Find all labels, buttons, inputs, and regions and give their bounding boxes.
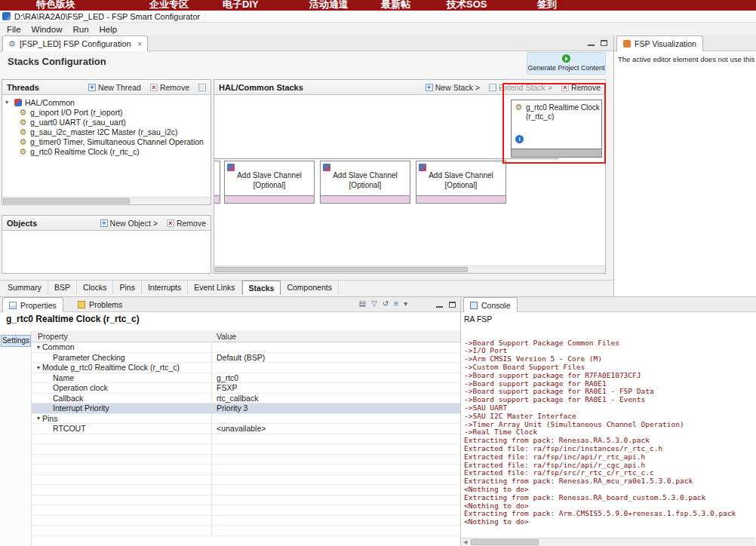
categories-icon[interactable]: ▤ (359, 299, 366, 308)
scrollbar-thumb[interactable] (3, 198, 130, 204)
generate-project-content-button[interactable]: Generate Project Content (527, 52, 606, 75)
property-row[interactable]: ▼ Interrupt Priority Priority 3 (32, 403, 460, 414)
forum-nav-item[interactable]: 技术SOS (447, 0, 487, 11)
property-row[interactable]: ▼ (32, 465, 460, 475)
info-icon[interactable] (515, 135, 524, 143)
new-stack-button[interactable]: New Stack > (426, 83, 480, 92)
property-row[interactable]: ▼ Module g_rtc0 Realtime Clock (r_rtc_c) (32, 363, 460, 373)
property-row[interactable]: ▼ (32, 495, 460, 506)
threads-horizontal-scrollbar[interactable] (2, 197, 211, 204)
stacks-horizontal-scrollbar[interactable] (214, 265, 605, 273)
property-value[interactable]: rtc_callback (211, 394, 460, 403)
forum-nav-item[interactable]: 签到 (537, 0, 557, 11)
property-value[interactable] (211, 475, 460, 485)
rtc-stack-card[interactable]: g_rtc0 Realtime Clock (r_rtc_c) (511, 100, 602, 158)
menu-item[interactable]: Window (26, 25, 68, 34)
config-tab[interactable]: Interrupts (142, 281, 188, 295)
property-row[interactable]: ▼ Common (32, 342, 460, 353)
property-value[interactable]: g_rtc0 (211, 373, 460, 383)
tab-fsp-configuration[interactable]: [FSP_LED] FSP Configuration × (2, 35, 148, 51)
menu-item[interactable]: Run (67, 25, 94, 34)
add-slave-channel-card[interactable]: Add Slave Channel [Optional] (320, 161, 410, 204)
extend-stack-button[interactable]: Extend Stack > (489, 83, 552, 92)
property-row[interactable]: ▼ (32, 475, 460, 486)
tree-item-hal-common[interactable]: ▾ HAL/Common (2, 97, 211, 107)
menu-item[interactable]: File (2, 25, 26, 34)
tab-fsp-visualization[interactable]: FSP Visualization (616, 35, 703, 51)
property-value[interactable] (211, 363, 460, 373)
property-row[interactable]: ▼ Name g_rtc0 (32, 373, 460, 384)
property-row[interactable]: ▼ Parameter Checking Default (BSP) (32, 353, 460, 363)
tree-item-module[interactable]: g_rtc0 Realtime Clock (r_rtc_c) (2, 146, 211, 156)
tree-item-module[interactable]: g_timer0 Timer, Simultaneous Channel Ope… (2, 136, 211, 146)
forum-nav-item[interactable]: 电子DIY (223, 0, 259, 11)
pin-icon[interactable]: ≡ (394, 299, 398, 308)
property-row[interactable]: ▼ Callback rtc_callback (32, 394, 460, 404)
menu-item[interactable]: Help (94, 25, 123, 34)
expander-icon[interactable]: ▼ (35, 365, 42, 370)
console-output[interactable]: ->Board Support Package Common Files->I/… (464, 323, 754, 535)
property-row[interactable]: ▼ (32, 516, 460, 526)
property-value[interactable] (211, 434, 460, 444)
property-row[interactable]: ▼ RTCOUT <unavailable> (32, 424, 460, 434)
forum-nav-item[interactable]: 企业专区 (149, 0, 189, 11)
tab-properties[interactable]: Properties (2, 297, 63, 312)
maximize-view-icon[interactable] (449, 302, 456, 308)
minimize-view-icon[interactable] (588, 40, 595, 46)
remove-stack-button[interactable]: Remove (561, 83, 601, 92)
minimize-view-icon[interactable] (436, 302, 443, 308)
tree-item-module[interactable]: g_ioport I/O Port (r_ioport) (2, 107, 211, 117)
config-tab[interactable]: Components (281, 281, 339, 295)
property-value[interactable] (211, 465, 460, 474)
property-value[interactable] (211, 485, 460, 495)
property-value[interactable] (211, 342, 460, 352)
add-slave-channel-card[interactable]: Add Slave Channel [Optional] (224, 161, 315, 204)
property-value[interactable]: Priority 3 (211, 403, 460, 413)
property-row[interactable]: ▼ Operation clock FSXP (32, 383, 460, 394)
tree-item-module[interactable]: g_uart0 UART (r_sau_uart) (2, 117, 211, 127)
scrollbar-thumb[interactable] (471, 539, 539, 545)
property-row[interactable]: ▼ Pins (32, 414, 460, 425)
restore-default-icon[interactable]: ↺ (383, 299, 389, 308)
view-menu-icon[interactable]: ▾ (404, 299, 407, 308)
property-value[interactable] (211, 516, 460, 526)
property-value[interactable]: Default (BSP) (211, 353, 460, 363)
filter-icon[interactable]: ▽ (371, 299, 377, 308)
config-tab[interactable]: BSP (48, 281, 77, 295)
close-icon[interactable]: × (137, 39, 142, 48)
property-value[interactable]: <unavailable> (211, 424, 460, 434)
config-tab[interactable]: Summary (2, 281, 48, 295)
property-row[interactable]: ▼ (32, 444, 460, 455)
property-row[interactable]: ▼ (32, 434, 460, 445)
forum-nav-item[interactable]: 特色版块 (36, 0, 75, 11)
property-value[interactable] (211, 505, 460, 515)
expander-icon[interactable]: ▼ (35, 416, 42, 421)
scroll-left-icon[interactable]: ◀ (463, 539, 467, 545)
tab-settings[interactable]: Settings (1, 335, 31, 347)
property-value[interactable] (211, 414, 460, 424)
tab-console[interactable]: Console (463, 297, 518, 312)
new-object-button[interactable]: New Object > (100, 219, 158, 228)
property-row[interactable]: ▼ (32, 526, 460, 536)
property-value[interactable] (211, 444, 460, 454)
config-tab[interactable]: Pins (113, 281, 141, 295)
property-value[interactable] (211, 455, 460, 465)
property-value[interactable]: FSXP (211, 383, 460, 393)
property-value[interactable] (211, 526, 460, 535)
expander-icon[interactable]: ▼ (35, 345, 42, 350)
config-tab[interactable]: Stacks (242, 281, 281, 295)
expander-icon[interactable]: ▾ (5, 99, 11, 106)
tree-item-module[interactable]: g_sau_i2c_master I2C Master (r_sau_i2c) (2, 127, 211, 136)
collapse-all-button[interactable] (198, 84, 206, 91)
scrollbar-thumb[interactable] (215, 267, 468, 272)
property-row[interactable]: ▼ (32, 485, 460, 495)
remove-thread-button[interactable]: Remove (150, 83, 189, 92)
console-horizontal-scrollbar[interactable]: ◀ (462, 538, 755, 546)
config-tab[interactable]: Event Links (188, 281, 241, 295)
forum-nav-item[interactable]: 最新帖 (381, 0, 410, 11)
new-thread-button[interactable]: New Thread (88, 83, 141, 92)
maximize-view-icon[interactable] (601, 40, 607, 46)
property-value[interactable] (211, 495, 460, 505)
config-tab[interactable]: Clocks (77, 281, 114, 295)
add-slave-channel-card[interactable]: Add Slave Channel [Optional] (416, 161, 506, 204)
